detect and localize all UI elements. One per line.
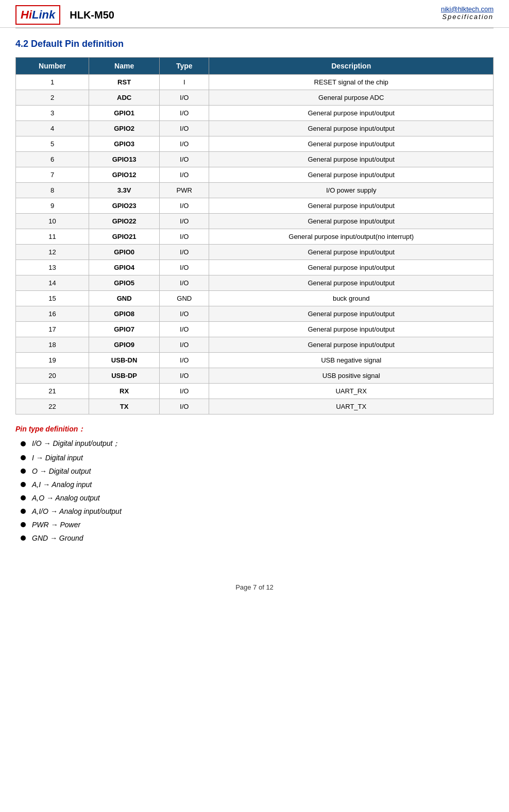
cell-description: General purpose input/output bbox=[209, 106, 494, 121]
logo-box: Hi Link bbox=[15, 5, 60, 25]
table-row: 83.3VPWRI/O power supply bbox=[16, 183, 494, 198]
list-item-text: GND → Ground bbox=[32, 534, 83, 542]
cell-name: GPIO21 bbox=[89, 229, 160, 245]
table-row: 4GPIO2I/OGeneral purpose input/output bbox=[16, 121, 494, 136]
cell-number: 1 bbox=[16, 75, 89, 90]
list-item-text: I/O → Digital input/output； bbox=[32, 439, 120, 448]
cell-name: GPIO3 bbox=[89, 136, 160, 152]
cell-number: 5 bbox=[16, 136, 89, 152]
table-row: 3GPIO1I/OGeneral purpose input/output bbox=[16, 106, 494, 121]
cell-name: GPIO23 bbox=[89, 198, 160, 214]
col-name: Name bbox=[89, 58, 160, 75]
main-content: 4.2 Default Pin definition Number Name T… bbox=[0, 28, 509, 563]
cell-type: I/O bbox=[160, 337, 209, 353]
cell-name: ADC bbox=[89, 90, 160, 106]
cell-description: General purpose input/output bbox=[209, 245, 494, 260]
cell-description: General purpose input/output bbox=[209, 214, 494, 229]
list-item: A,O → Analog output bbox=[21, 494, 494, 502]
cell-name: GPIO7 bbox=[89, 322, 160, 337]
pin-type-section: Pin type definition： I/O → Digital input… bbox=[15, 425, 494, 542]
page-footer: Page 7 of 12 bbox=[0, 573, 509, 601]
cell-number: 20 bbox=[16, 368, 89, 384]
table-row: 12GPIO0I/OGeneral purpose input/output bbox=[16, 245, 494, 260]
cell-type: I/O bbox=[160, 152, 209, 167]
cell-type: I/O bbox=[160, 90, 209, 106]
cell-description: General purpose input/output bbox=[209, 322, 494, 337]
cell-name: GPIO13 bbox=[89, 152, 160, 167]
pin-type-title: Pin type definition： bbox=[15, 425, 494, 434]
bullet-icon bbox=[21, 455, 26, 460]
table-row: 5GPIO3I/OGeneral purpose input/output bbox=[16, 136, 494, 152]
specification-label: Specification bbox=[441, 13, 494, 21]
list-item: I/O → Digital input/output； bbox=[21, 439, 494, 448]
email-link: niki@hlktech.com bbox=[441, 5, 494, 13]
cell-number: 17 bbox=[16, 322, 89, 337]
cell-name: TX bbox=[89, 399, 160, 414]
cell-description: USB positive signal bbox=[209, 368, 494, 384]
cell-type: I/O bbox=[160, 322, 209, 337]
logo-area: Hi Link HLK-M50 bbox=[15, 5, 114, 25]
cell-number: 13 bbox=[16, 260, 89, 275]
cell-number: 8 bbox=[16, 183, 89, 198]
section-title: 4.2 Default Pin definition bbox=[15, 39, 494, 49]
list-item-text: A,I → Analog input bbox=[32, 480, 92, 489]
cell-name: GPIO1 bbox=[89, 106, 160, 121]
cell-name: GPIO4 bbox=[89, 260, 160, 275]
cell-description: General purpose ADC bbox=[209, 90, 494, 106]
table-row: 10GPIO22I/OGeneral purpose input/output bbox=[16, 214, 494, 229]
cell-type: I/O bbox=[160, 245, 209, 260]
header-right: niki@hlktech.com Specification bbox=[441, 5, 494, 21]
cell-type: I/O bbox=[160, 260, 209, 275]
cell-type: I/O bbox=[160, 136, 209, 152]
cell-type: I/O bbox=[160, 198, 209, 214]
cell-type: I/O bbox=[160, 353, 209, 368]
cell-name: RX bbox=[89, 384, 160, 399]
cell-name: RST bbox=[89, 75, 160, 90]
list-item: PWR → Power bbox=[21, 521, 494, 529]
cell-type: I bbox=[160, 75, 209, 90]
col-number: Number bbox=[16, 58, 89, 75]
footer-text: Page 7 of 12 bbox=[235, 583, 274, 591]
cell-number: 22 bbox=[16, 399, 89, 414]
col-description: Description bbox=[209, 58, 494, 75]
logo-link: Link bbox=[32, 8, 55, 22]
cell-number: 15 bbox=[16, 291, 89, 306]
cell-type: GND bbox=[160, 291, 209, 306]
cell-description: UART_RX bbox=[209, 384, 494, 399]
cell-description: buck ground bbox=[209, 291, 494, 306]
cell-number: 16 bbox=[16, 306, 89, 322]
col-type: Type bbox=[160, 58, 209, 75]
table-row: 18GPIO9I/OGeneral purpose input/output bbox=[16, 337, 494, 353]
list-item: GND → Ground bbox=[21, 534, 494, 542]
list-item: A,I/O → Analog input/output bbox=[21, 507, 494, 515]
cell-name: GPIO8 bbox=[89, 306, 160, 322]
model-name: HLK-M50 bbox=[70, 9, 114, 21]
bullet-icon bbox=[21, 535, 26, 541]
table-row: 21RXI/OUART_RX bbox=[16, 384, 494, 399]
cell-type: I/O bbox=[160, 106, 209, 121]
cell-name: USB-DN bbox=[89, 353, 160, 368]
list-item: A,I → Analog input bbox=[21, 480, 494, 489]
cell-description: General purpose input/output(no interrup… bbox=[209, 229, 494, 245]
cell-description: General purpose input/output bbox=[209, 275, 494, 291]
cell-description: General purpose input/output bbox=[209, 167, 494, 183]
cell-name: USB-DP bbox=[89, 368, 160, 384]
cell-description: USB negative signal bbox=[209, 353, 494, 368]
cell-description: UART_TX bbox=[209, 399, 494, 414]
table-row: 17GPIO7I/OGeneral purpose input/output bbox=[16, 322, 494, 337]
bullet-icon bbox=[21, 509, 26, 514]
cell-number: 7 bbox=[16, 167, 89, 183]
bullet-icon bbox=[21, 469, 26, 474]
cell-number: 4 bbox=[16, 121, 89, 136]
cell-description: General purpose input/output bbox=[209, 306, 494, 322]
cell-number: 10 bbox=[16, 214, 89, 229]
cell-description: I/O power supply bbox=[209, 183, 494, 198]
table-row: 11GPIO21I/OGeneral purpose input/output(… bbox=[16, 229, 494, 245]
cell-name: GPIO2 bbox=[89, 121, 160, 136]
bullet-icon bbox=[21, 522, 26, 527]
table-row: 19USB-DNI/OUSB negative signal bbox=[16, 353, 494, 368]
cell-number: 14 bbox=[16, 275, 89, 291]
table-row: 20USB-DPI/OUSB positive signal bbox=[16, 368, 494, 384]
cell-description: General purpose input/output bbox=[209, 136, 494, 152]
cell-number: 6 bbox=[16, 152, 89, 167]
